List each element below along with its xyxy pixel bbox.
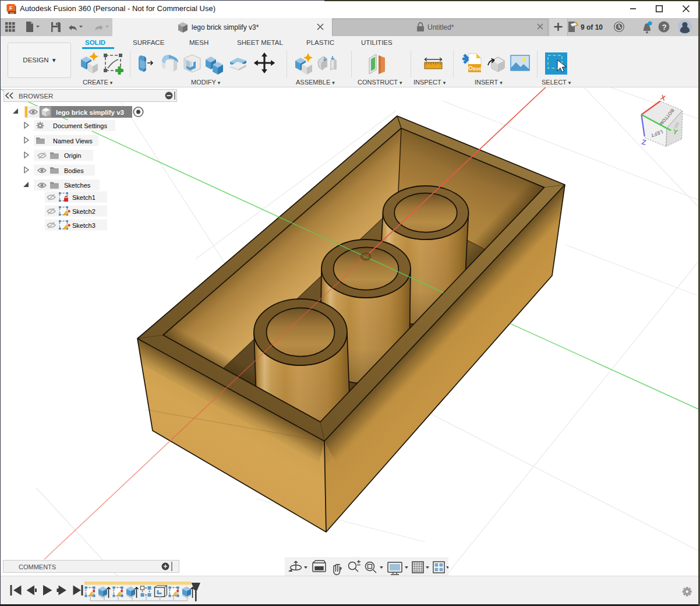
svg-text:BROWSER: BROWSER	[19, 93, 53, 100]
svg-text:Document Settings: Document Settings	[53, 122, 107, 129]
svg-text:Sketch3: Sketch3	[72, 222, 96, 229]
svg-text:Origin: Origin	[64, 152, 81, 159]
svg-text:?: ?	[662, 23, 667, 31]
svg-text:SVG: SVG	[473, 66, 482, 72]
svg-text:Named Views: Named Views	[53, 138, 93, 145]
svg-text:Sketches: Sketches	[64, 182, 91, 189]
svg-text:COMMENTS: COMMENTS	[19, 563, 56, 570]
svg-text:F: F	[9, 5, 13, 11]
svg-text:Bodies: Bodies	[64, 167, 84, 174]
svg-text:Z: Z	[641, 138, 647, 147]
svg-text:9 of 10: 9 of 10	[581, 23, 603, 31]
svg-text:Sketch1: Sketch1	[72, 194, 96, 201]
svg-text:Untitled*: Untitled*	[427, 23, 454, 31]
svg-text:lego brick simplify v3: lego brick simplify v3	[56, 109, 124, 116]
svg-text:lego brick simplify v3*: lego brick simplify v3*	[192, 23, 259, 31]
svg-text:360: 360	[10, 12, 15, 15]
svg-text:Sketch2: Sketch2	[72, 208, 96, 215]
svg-text:X: X	[659, 93, 666, 103]
